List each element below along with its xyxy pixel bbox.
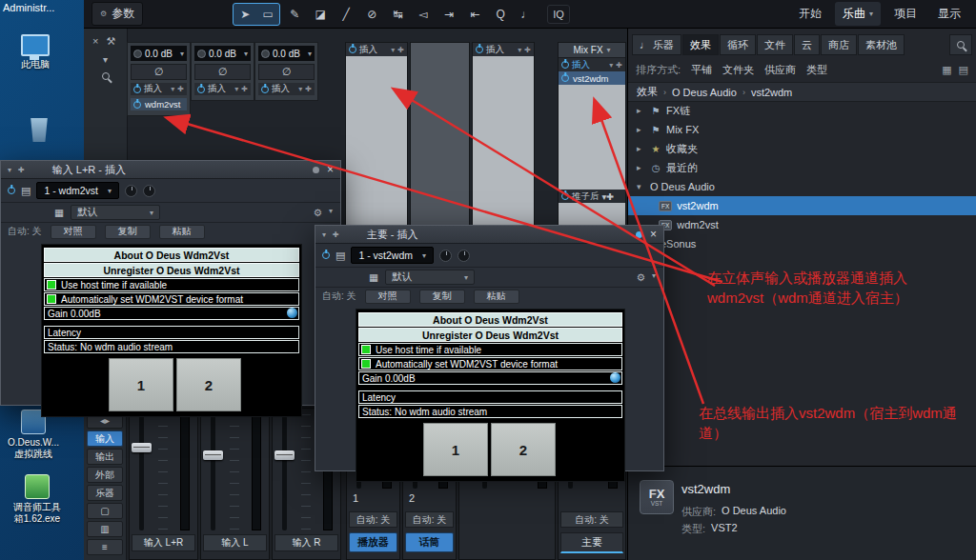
power-icon[interactable] [561, 61, 569, 69]
quantize-tool-button[interactable]: ♩ [515, 4, 538, 25]
page-project-button[interactable]: 项目 [886, 2, 925, 26]
channel-1-button[interactable]: 1 [423, 423, 488, 476]
gain-knob-icon[interactable] [261, 50, 270, 58]
menu-button[interactable]: ≡ [87, 539, 123, 555]
post-fader-header[interactable]: 推子后 ▾✚ [559, 190, 625, 203]
tab-files[interactable]: 文件 [757, 34, 793, 55]
add-icon[interactable]: ✚ [177, 85, 184, 93]
iq-button[interactable]: IQ [547, 5, 570, 24]
browser-search-button[interactable] [949, 34, 972, 55]
knob-icon[interactable] [125, 185, 137, 197]
params-button[interactable]: ⚙ 参数 [92, 2, 143, 26]
chevron-down-icon[interactable]: ▾ [298, 85, 302, 93]
default-preset-dropdown[interactable]: 默认 ▾ [71, 205, 160, 220]
automation-button[interactable]: 自动: 关 [560, 511, 623, 528]
monitor-view-button[interactable]: ▢ [87, 503, 123, 519]
automation-button[interactable]: 自动: 关 [349, 511, 397, 528]
tree-item-favorites[interactable]: ▸ ★ 收藏夹 [628, 139, 976, 158]
preset-copy-icon[interactable]: ▦ [54, 207, 64, 218]
fader-handle[interactable] [132, 443, 152, 452]
listen-tool-button[interactable]: ◅ [412, 4, 435, 25]
page-start-button[interactable]: 开始 [791, 2, 829, 26]
chevron-down-icon[interactable]: ▾ [103, 54, 108, 65]
window-titlebar[interactable]: ▾ ✚ 输入 L+R - 插入 × [1, 161, 340, 179]
tree-item-mixfx[interactable]: ▸ ⚑ Mix FX [628, 120, 976, 139]
insert-slot-vst2wdm[interactable]: vst2wdm [559, 71, 625, 85]
add-icon[interactable]: ✚ [397, 46, 404, 54]
power-icon[interactable] [133, 101, 141, 109]
phase-button[interactable]: ∅ [258, 64, 315, 80]
mute-tool-button[interactable]: ⊘ [360, 4, 383, 25]
zoom-tool-button[interactable]: Q [489, 4, 512, 25]
rows-view-button[interactable]: ▥ [87, 521, 123, 537]
nudge-right-tool-button[interactable]: ⇥ [437, 4, 460, 25]
pin-icon[interactable] [313, 167, 319, 173]
mic-channel-button[interactable]: 话筒 [405, 532, 454, 552]
desktop-icon-this-pc[interactable]: 此电脑 [4, 34, 67, 70]
tree-item-fx-chains[interactable]: ▸ ⚑ FX链 [628, 101, 976, 120]
knob-icon[interactable] [439, 250, 452, 262]
chevron-down-icon[interactable]: ▾ [391, 46, 395, 54]
search-icon[interactable] [102, 72, 110, 80]
breadcrumb-plugin[interactable]: vst2wdm [751, 87, 792, 98]
insert-header[interactable]: 插入 ▾✚ [131, 83, 187, 95]
page-show-button[interactable]: 显示 [930, 2, 968, 26]
power-icon[interactable] [561, 192, 569, 200]
unregister-button[interactable]: Unregister O Deus Wdm2Vst [358, 328, 622, 342]
add-icon[interactable]: ✚ [616, 61, 622, 70]
power-icon[interactable] [197, 86, 205, 93]
eraser-tool-button[interactable]: ◪ [309, 4, 332, 25]
insert-header[interactable]: 插入 ▾✚ [473, 43, 534, 56]
list-icon[interactable]: ▤ [21, 185, 30, 197]
power-icon[interactable] [561, 74, 569, 82]
tree-item-recent[interactable]: ▸ ◷ 最近的 [628, 158, 976, 177]
power-icon[interactable] [349, 46, 356, 53]
preset-dropdown[interactable]: 1 - wdm2vst ▾ [36, 182, 119, 199]
automation-button[interactable]: 自动: 关 [405, 511, 454, 528]
tab-pool[interactable]: 素材池 [858, 34, 905, 55]
nav-external-button[interactable]: 外部 [87, 467, 123, 483]
gain-display[interactable]: 0.0 dB ▾ [194, 46, 251, 61]
player-channel-button[interactable]: 播放器 [349, 532, 397, 552]
main-channel-button[interactable]: 主要 [560, 532, 623, 553]
tab-shop[interactable]: 商店 [821, 34, 857, 55]
window-titlebar[interactable]: ▾ ✚ 主要 - 插入 × [315, 226, 663, 244]
sort-vendor-option[interactable]: 供应商 [764, 63, 796, 77]
select-tool-button[interactable]: ➤ [234, 4, 256, 25]
chevron-down-icon[interactable]: ▾ [637, 182, 645, 191]
tab-cloud[interactable]: 云 [794, 34, 820, 55]
nav-outputs-button[interactable]: 输出 [87, 449, 123, 465]
nav-inputs-button[interactable]: 输入 [87, 430, 123, 447]
sort-type-option[interactable]: 类型 [806, 63, 827, 77]
auto-format-checkbox[interactable]: Automatically set WDM2VST device format [358, 357, 622, 370]
tab-instruments[interactable]: ♩ 乐器 [632, 34, 681, 55]
about-button[interactable]: About O Deus Wdm2Vst [358, 312, 622, 327]
nav-instruments-button[interactable]: 乐器 [87, 485, 123, 501]
wrench-icon[interactable]: ⚒ [106, 35, 115, 48]
compare-button[interactable]: 对照 [51, 225, 96, 239]
breadcrumb-vendor[interactable]: O Deus Audio [672, 87, 737, 98]
power-icon[interactable] [8, 187, 15, 194]
tree-item-wdm2vst[interactable]: FX wdm2vst [628, 215, 976, 234]
desktop-icon-recycle-bin[interactable] [8, 118, 71, 145]
copy-button[interactable]: 复制 [419, 290, 465, 304]
compare-button[interactable]: 对照 [365, 290, 411, 304]
chevron-right-icon[interactable]: ▸ [637, 144, 645, 153]
tree-item-vst2wdm[interactable]: FX vst2wdm [628, 196, 976, 215]
insert-slot-wdm2vst[interactable]: wdm2vst [131, 98, 187, 110]
strip-label[interactable]: 输入 L [203, 534, 267, 551]
add-icon[interactable]: ✚ [241, 85, 248, 93]
mixfx-title-button[interactable]: Mix FX ▾ [559, 43, 625, 58]
copy-button[interactable]: 复制 [105, 225, 151, 239]
gain-knob[interactable] [287, 308, 297, 318]
pin-icon[interactable] [636, 231, 642, 238]
chevron-right-icon[interactable]: ▸ [637, 163, 645, 172]
window-menu-icon[interactable]: ▾ [8, 166, 11, 174]
knob-icon[interactable] [143, 185, 155, 197]
gain-display[interactable]: 0.0 dB ▾ [258, 46, 315, 61]
tree-item-odeus-audio[interactable]: ▾ O Deus Audio [628, 177, 976, 196]
tab-loops[interactable]: 循环 [720, 34, 756, 55]
insert-header[interactable]: 插入 ▾✚ [258, 83, 315, 95]
chevron-down-icon[interactable]: ▾ [609, 61, 613, 70]
chevron-down-icon[interactable]: ▾ [234, 85, 238, 93]
